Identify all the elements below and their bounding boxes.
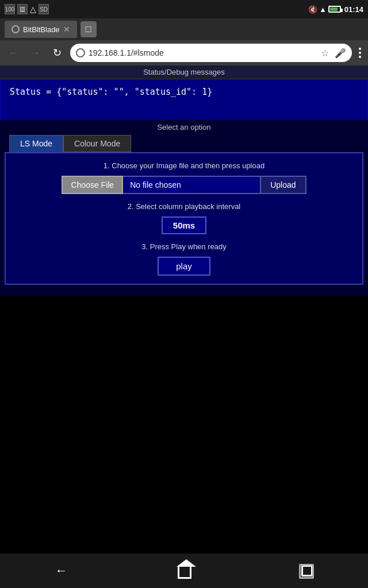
wifi-icon: △: [30, 5, 36, 14]
wifi-signal-icon: ▴: [321, 5, 325, 14]
browser-tab[interactable]: BitBltBlade ✕: [5, 21, 77, 38]
time-display: 01:14: [344, 5, 363, 14]
status-bar-left: 100 🖼 △ SD: [5, 4, 49, 14]
address-globe-icon: [76, 48, 85, 57]
webpage-content: Status/Debug messages Status = {"status"…: [0, 65, 368, 296]
mute-icon: 🔇: [308, 5, 317, 14]
tab-content-ls-mode: 1. Choose your Image file and then press…: [5, 152, 363, 285]
nav-recent-button[interactable]: [301, 565, 313, 577]
step3-label: 3. Press Play when ready: [15, 242, 353, 251]
bookmark-icon[interactable]: ☆: [321, 48, 329, 59]
interval-row: 50ms: [15, 216, 353, 234]
menu-dot-2: [359, 52, 361, 54]
sd-icon: SD: [39, 4, 49, 14]
reload-button[interactable]: ↻: [48, 44, 66, 61]
battery-icon: [328, 6, 341, 13]
tab-title: BitBltBlade: [23, 25, 60, 34]
upload-button[interactable]: Upload: [261, 176, 306, 194]
status-code: Status = {"status": "", "status_id": 1}: [10, 87, 212, 97]
address-icons: ☆ 🎤: [321, 48, 346, 59]
play-row: play: [15, 257, 353, 276]
nav-home-button[interactable]: [178, 563, 191, 579]
select-option-label: Select an option: [0, 119, 368, 135]
bottom-nav-bar: ←: [0, 554, 368, 588]
tab-ls-mode[interactable]: LS Mode: [9, 135, 63, 152]
image-icon: 🖼: [17, 4, 28, 14]
mic-icon[interactable]: 🎤: [335, 48, 346, 59]
forward-button[interactable]: →: [26, 44, 44, 61]
menu-dot-1: [359, 48, 361, 50]
choose-file-button[interactable]: Choose File: [62, 176, 123, 194]
status-bar-right: 🔇 ▴ 01:14: [308, 5, 363, 14]
nav-back-button[interactable]: ←: [55, 563, 68, 578]
tab-close-button[interactable]: ✕: [63, 25, 70, 34]
menu-dot-3: [359, 56, 361, 58]
nav-home-icon: [178, 566, 191, 579]
step2-label: 2. Select column playback interval: [15, 202, 353, 211]
signal-icon: 100: [5, 4, 15, 14]
status-debug-label: Status/Debug messages: [0, 65, 368, 79]
new-tab-button[interactable]: □: [80, 21, 97, 37]
status-bar: 100 🖼 △ SD 🔇 ▴ 01:14: [0, 0, 368, 18]
tab-globe-icon: [12, 25, 20, 33]
nav-back-icon: ←: [55, 563, 68, 578]
browser-nav-bar: ← → ↻ 192.168.1.1/#lsmode ☆ 🎤: [0, 40, 368, 65]
browser-chrome: BitBltBlade ✕ □ ← → ↻ 192.168.1.1/#lsmod…: [0, 18, 368, 65]
nav-recent-icon: [301, 565, 313, 577]
browser-tab-bar: BitBltBlade ✕ □: [0, 18, 368, 40]
address-text: 192.168.1.1/#lsmode: [89, 48, 317, 57]
menu-button[interactable]: [356, 45, 363, 60]
play-button[interactable]: play: [158, 257, 210, 276]
interval-select[interactable]: 50ms: [162, 216, 206, 234]
file-input-row: Choose File No file chosen Upload: [15, 176, 353, 194]
status-display: Status = {"status": "", "status_id": 1}: [0, 79, 368, 119]
tabs-row: LS Mode Colour Mode: [0, 135, 368, 152]
back-button[interactable]: ←: [5, 44, 22, 61]
tab-colour-mode[interactable]: Colour Mode: [63, 135, 131, 152]
address-bar[interactable]: 192.168.1.1/#lsmode ☆ 🎤: [70, 44, 352, 62]
no-file-text: No file chosen: [123, 176, 261, 194]
step1-label: 1. Choose your Image file and then press…: [15, 161, 353, 170]
